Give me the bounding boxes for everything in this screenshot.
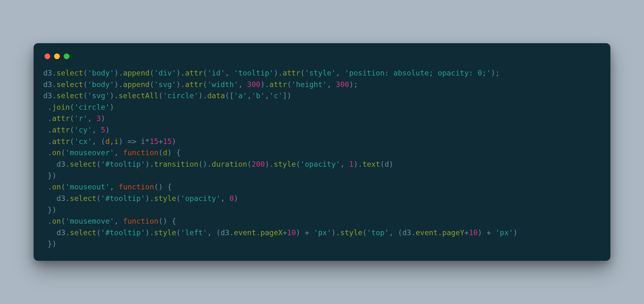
code-line: d3.select('body').append('svg').attr('wi… bbox=[43, 80, 358, 89]
token-pn: , bbox=[247, 92, 252, 100]
token-fn: transition bbox=[154, 160, 198, 168]
token-pn: , ( bbox=[92, 137, 105, 146]
token-pn: ). bbox=[198, 92, 207, 100]
code-block: d3.select('body').append('div').attr('id… bbox=[43, 68, 601, 250]
token-fn: select bbox=[70, 194, 96, 203]
token-fn: event bbox=[415, 228, 438, 237]
token-str: 'b' bbox=[252, 92, 265, 100]
token-pn: ( bbox=[362, 228, 367, 237]
token-fn: join bbox=[52, 103, 70, 111]
token-pn: () { bbox=[158, 217, 176, 225]
token-num: 10 bbox=[469, 228, 478, 237]
token-id: d3 bbox=[402, 228, 411, 237]
token-str: 'top' bbox=[367, 228, 389, 237]
token-kw: function bbox=[123, 148, 158, 157]
token-str: 'px' bbox=[314, 228, 331, 237]
token-fn: duration bbox=[212, 160, 247, 168]
token-fn: on bbox=[52, 148, 61, 157]
token-id: d bbox=[384, 160, 389, 168]
token-pn: ( bbox=[203, 80, 207, 89]
token-fn: style bbox=[274, 160, 296, 168]
token-pn: ) bbox=[110, 103, 114, 111]
token-fn: attr bbox=[52, 114, 70, 123]
token-str: 'body' bbox=[88, 69, 114, 77]
token-pn bbox=[43, 194, 57, 203]
token-pn: , bbox=[110, 137, 114, 146]
token-pn: . bbox=[43, 183, 52, 191]
token-str: 'px' bbox=[495, 228, 513, 237]
zoom-icon[interactable] bbox=[64, 53, 69, 59]
token-pn: . bbox=[411, 228, 416, 237]
token-pn: ). bbox=[265, 160, 274, 168]
token-v: i bbox=[114, 137, 119, 146]
token-fn: style bbox=[154, 194, 176, 203]
token-str: 'style' bbox=[305, 69, 336, 77]
token-num: 200 bbox=[252, 160, 265, 168]
token-pn: . bbox=[52, 80, 57, 89]
code-line: .on('mousemove', function() { bbox=[43, 217, 176, 225]
token-fn: attr bbox=[185, 80, 203, 89]
token-fn: selectAll bbox=[118, 92, 158, 100]
token-pn: ( bbox=[149, 80, 154, 89]
token-fn: attr bbox=[269, 80, 287, 89]
token-str: 'circle' bbox=[163, 92, 198, 100]
token-pn: }) bbox=[43, 240, 57, 248]
token-v: d bbox=[105, 137, 110, 146]
token-kw: function bbox=[118, 183, 154, 191]
token-pn: , bbox=[225, 69, 234, 77]
minimize-icon[interactable] bbox=[54, 53, 60, 59]
token-fn: pageX bbox=[261, 228, 283, 237]
token-pn: ). bbox=[176, 80, 185, 89]
window-controls bbox=[43, 52, 601, 68]
token-pn: ( bbox=[296, 160, 300, 168]
token-pn: ) + bbox=[478, 228, 495, 237]
token-arw: => bbox=[127, 137, 136, 146]
code-line: .attr('cx', (d,i) => i*15+15) bbox=[43, 137, 176, 146]
token-id: d3 bbox=[43, 80, 52, 89]
token-fn: select bbox=[70, 160, 96, 168]
token-fn: select bbox=[70, 228, 96, 237]
token-id: i bbox=[141, 137, 145, 146]
token-fn: select bbox=[57, 69, 83, 77]
token-num: 0 bbox=[229, 194, 234, 203]
token-str: 'a' bbox=[234, 92, 247, 100]
token-str: 'id' bbox=[207, 69, 225, 77]
token-pn: ). bbox=[114, 80, 123, 89]
token-pn: ) bbox=[118, 137, 127, 146]
token-pn: ) bbox=[389, 160, 393, 168]
token-pn: ( bbox=[300, 69, 305, 77]
token-fn: select bbox=[57, 92, 83, 100]
token-str: 'cx' bbox=[74, 137, 92, 146]
token-pn: ). bbox=[331, 228, 340, 237]
token-str: '#tooltip' bbox=[101, 228, 145, 237]
token-fn: on bbox=[52, 183, 61, 191]
token-pn: ( bbox=[83, 69, 88, 77]
token-op: + bbox=[158, 137, 163, 146]
token-pn: ( bbox=[70, 137, 74, 146]
token-pn: . bbox=[43, 126, 52, 134]
token-fn: attr bbox=[185, 69, 203, 77]
token-str: '#tooltip' bbox=[101, 194, 145, 203]
token-pn: ( bbox=[380, 160, 385, 168]
token-pn: ( bbox=[96, 194, 101, 203]
token-pn: ) + bbox=[296, 228, 313, 237]
token-pn: ( bbox=[287, 80, 292, 89]
close-icon[interactable] bbox=[44, 53, 50, 59]
token-fn: attr bbox=[283, 69, 300, 77]
code-line: .on('mouseout', function() { bbox=[43, 183, 172, 191]
token-op: * bbox=[145, 137, 150, 146]
token-pn: . bbox=[65, 228, 70, 237]
token-str: 'mouseout' bbox=[65, 183, 109, 191]
token-pn: , bbox=[221, 194, 229, 203]
token-pn: . bbox=[438, 228, 442, 237]
token-id: d3 bbox=[221, 228, 229, 237]
token-pn: , ( bbox=[207, 228, 221, 237]
token-num: 5 bbox=[101, 126, 105, 134]
token-pn: ( bbox=[61, 183, 65, 191]
token-str: 'left' bbox=[181, 228, 207, 237]
token-pn bbox=[43, 160, 57, 168]
token-pn: ( bbox=[83, 80, 88, 89]
token-str: 'height' bbox=[292, 80, 327, 89]
token-str: 'body' bbox=[88, 80, 114, 89]
token-pn: ]) bbox=[283, 92, 292, 100]
